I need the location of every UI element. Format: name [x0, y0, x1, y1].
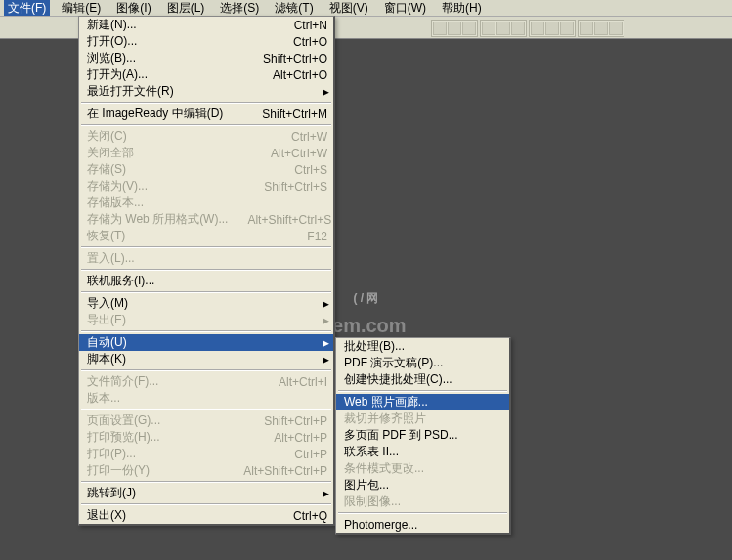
menu-item-label: 跳转到(J)	[87, 485, 327, 501]
menubar: 文件(F)编辑(E)图像(I)图层(L)选择(S)滤镜(T)视图(V)窗口(W)…	[0, 0, 732, 16]
tool-button[interactable]	[594, 22, 608, 35]
menu-item[interactable]: 新建(N)...Ctrl+N	[79, 17, 333, 33]
tool-button[interactable]	[531, 22, 544, 35]
menu-item: 恢复(T)F12	[79, 228, 333, 244]
tool-button[interactable]	[560, 22, 574, 35]
menu-item-shortcut: Alt+Ctrl+W	[271, 147, 327, 160]
menu-item-label: 条件模式更改...	[344, 460, 503, 477]
file-menu[interactable]: 新建(N)...Ctrl+N打开(O)...Ctrl+O浏览(B)...Shif…	[78, 16, 335, 526]
menu-item-label: 联机服务(I)...	[87, 273, 327, 289]
tool-button[interactable]	[609, 22, 623, 35]
menu-item[interactable]: 最近打开文件(R)▶	[79, 83, 333, 100]
menu-item[interactable]: 在 ImageReady 中编辑(D)Shift+Ctrl+M	[79, 106, 333, 122]
submenu-arrow-icon: ▶	[323, 87, 329, 97]
tool-button[interactable]	[433, 22, 447, 35]
menu-item-label: 存储版本...	[87, 194, 327, 211]
menu-item: 存储(S)Ctrl+S	[79, 161, 333, 178]
menubar-item[interactable]: 滤镜(T)	[271, 0, 317, 18]
menu-item[interactable]: 跳转到(J)▶	[79, 485, 333, 501]
menu-item[interactable]: 联机服务(I)...	[79, 273, 333, 289]
menu-item-shortcut: Alt+Shift+Ctrl+S	[247, 213, 331, 227]
menu-item-shortcut: Alt+Ctrl+O	[273, 68, 327, 82]
menu-separator	[81, 269, 331, 271]
tool-button[interactable]	[462, 22, 476, 35]
menu-separator	[81, 503, 331, 505]
menu-item[interactable]: 批处理(B)...	[336, 338, 509, 355]
menu-item-label: 在 ImageReady 中编辑(D)	[87, 106, 242, 122]
menu-item[interactable]: 打开为(A)...Alt+Ctrl+O	[79, 66, 333, 83]
tool-button[interactable]	[496, 22, 510, 35]
menu-item[interactable]: PDF 演示文稿(P)...	[336, 355, 509, 371]
menu-item-label: Photomerge...	[344, 518, 503, 532]
menu-item[interactable]: 图片包...	[336, 477, 509, 494]
watermark: ( / 网 tem.com	[325, 262, 406, 337]
menu-item[interactable]: 自动(U)▶	[79, 334, 333, 351]
menu-item-label: 创建快捷批处理(C)...	[344, 371, 503, 388]
menu-item: 打印一份(Y)Alt+Shift+Ctrl+P	[79, 462, 333, 479]
menu-item-label: 打开(O)...	[87, 33, 274, 50]
menubar-item[interactable]: 选择(S)	[216, 0, 263, 18]
menu-item-label: 版本...	[87, 390, 327, 407]
menu-item-label: 限制图像...	[344, 494, 503, 510]
menu-item: 限制图像...	[336, 494, 509, 510]
menu-item-label: 关闭(C)	[87, 128, 272, 145]
menu-item-label: 关闭全部	[87, 145, 251, 161]
menu-item-label: 打开为(A)...	[87, 66, 253, 83]
menu-item[interactable]: 导入(M)▶	[79, 295, 333, 312]
menu-item-label: 批处理(B)...	[344, 338, 503, 355]
tool-button[interactable]	[448, 22, 461, 35]
menu-item-label: 最近打开文件(R)	[87, 83, 327, 100]
menubar-item[interactable]: 图层(L)	[163, 0, 209, 18]
menubar-item[interactable]: 帮助(H)	[438, 0, 486, 18]
tool-button[interactable]	[580, 22, 593, 35]
menu-item-label: 存储为 Web 所用格式(W)...	[87, 211, 228, 228]
menu-item-label: 导入(M)	[87, 295, 327, 312]
menu-item[interactable]: 创建快捷批处理(C)...	[336, 371, 509, 388]
menu-item: 置入(L)...	[79, 250, 333, 267]
menu-item[interactable]: 多页面 PDF 到 PSD...	[336, 427, 509, 444]
menu-item[interactable]: Photomerge...	[336, 516, 509, 533]
menu-item-shortcut: Shift+Ctrl+P	[264, 414, 327, 428]
menu-item-label: 多页面 PDF 到 PSD...	[344, 427, 503, 444]
menu-separator	[81, 124, 331, 126]
tool-group	[529, 20, 576, 37]
tool-button[interactable]	[482, 22, 495, 35]
menubar-item[interactable]: 视图(V)	[325, 0, 372, 18]
menubar-item[interactable]: 编辑(E)	[58, 0, 105, 18]
submenu-arrow-icon: ▶	[323, 338, 329, 348]
menu-item-label: 脚本(K)	[87, 351, 327, 367]
menu-item: 裁切并修齐照片	[336, 410, 509, 427]
menu-item-label: 打印(P)...	[87, 446, 275, 462]
menubar-item[interactable]: 文件(F)	[4, 0, 50, 18]
menu-item-label: 文件简介(F)...	[87, 373, 259, 390]
menu-item-label: 浏览(B)...	[87, 50, 243, 66]
menu-item-label: 导出(E)	[87, 312, 327, 328]
menu-item: 关闭(C)Ctrl+W	[79, 128, 333, 145]
menubar-item[interactable]: 窗口(W)	[380, 0, 430, 18]
menu-item[interactable]: 联系表 II...	[336, 444, 509, 460]
menu-item-label: 图片包...	[344, 477, 503, 494]
menu-separator	[81, 369, 331, 371]
submenu-arrow-icon: ▶	[323, 299, 329, 309]
menu-separator	[338, 512, 507, 514]
menu-item: 页面设置(G)...Shift+Ctrl+P	[79, 412, 333, 429]
menubar-item[interactable]: 图像(I)	[112, 0, 154, 18]
menu-item[interactable]: 打开(O)...Ctrl+O	[79, 33, 333, 50]
menu-item-shortcut: Alt+Shift+Ctrl+P	[243, 464, 327, 478]
menu-item[interactable]: Web 照片画廊...	[336, 394, 509, 410]
menu-item[interactable]: 脚本(K)▶	[79, 351, 333, 367]
menu-item-shortcut: Ctrl+W	[291, 130, 327, 144]
tool-group	[480, 20, 527, 37]
watermark-sub: tem.com	[325, 314, 406, 337]
menu-item[interactable]: 浏览(B)...Shift+Ctrl+O	[79, 50, 333, 66]
menu-item-label: 打印一份(Y)	[87, 462, 224, 479]
menu-item: 文件简介(F)...Alt+Ctrl+I	[79, 373, 333, 390]
auto-submenu[interactable]: 批处理(B)...PDF 演示文稿(P)...创建快捷批处理(C)...Web …	[335, 337, 511, 535]
menu-item[interactable]: 退出(X)Ctrl+Q	[79, 507, 333, 524]
tool-button[interactable]	[545, 22, 559, 35]
menu-item-label: Web 照片画廊...	[344, 394, 503, 410]
tool-button[interactable]	[511, 22, 525, 35]
menu-item-label: 置入(L)...	[87, 250, 327, 267]
menu-item: 版本...	[79, 390, 333, 407]
menu-item: 打印(P)...Ctrl+P	[79, 446, 333, 462]
